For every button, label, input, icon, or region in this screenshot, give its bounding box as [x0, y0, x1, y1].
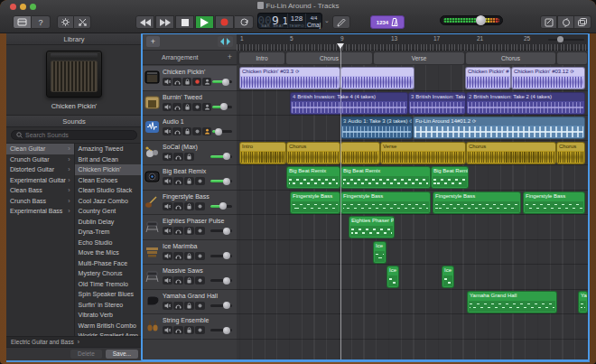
input-monitoring-button[interactable]	[202, 103, 211, 111]
solo-button[interactable]	[173, 202, 183, 210]
track-volume-slider[interactable]	[210, 205, 232, 208]
timeline-ruler[interactable]: 15913172125	[237, 33, 589, 51]
region-ice[interactable]: Ice	[386, 266, 399, 288]
track-header-massive-saws[interactable]: Massive Saws	[142, 265, 237, 290]
sound-patch-item[interactable]: Old Time Tremolo	[75, 279, 142, 290]
record-enable-button[interactable]	[192, 127, 201, 135]
region-big-beat-remix[interactable]: Big Beat Remix	[431, 166, 469, 189]
sound-patch-item[interactable]: Multi-Phase Face	[75, 258, 142, 269]
sound-patch-item[interactable]: Amazing Tweed	[75, 144, 142, 154]
record-enable-button[interactable]	[195, 202, 205, 210]
sound-patch-item[interactable]: Brit and Clean	[75, 154, 142, 165]
track-header-options-button[interactable]	[218, 36, 233, 47]
sound-category-item[interactable]: Crunch Guitar›	[6, 154, 74, 165]
arrangement-marker-chorus[interactable]: Chorus	[466, 52, 555, 64]
region-intro[interactable]: Intro	[239, 142, 286, 164]
forward-button[interactable]	[155, 15, 174, 29]
region-fingerstyle-bass[interactable]: Fingerstyle Bass	[523, 191, 585, 214]
region-british-invasion-take-2-4-takes[interactable]: 2British Invasion: Take 2 (4 takes)	[466, 92, 585, 115]
zoom-slider-knob[interactable]	[557, 36, 563, 42]
master-volume-slider[interactable]	[440, 15, 503, 25]
volume-knob[interactable]	[223, 302, 230, 309]
count-in-metronome-group[interactable]: 1234	[370, 15, 405, 29]
track-lane[interactable]	[237, 314, 589, 340]
solo-button[interactable]	[173, 153, 183, 161]
mute-button[interactable]	[163, 276, 172, 285]
arrangement-marker-verse[interactable]: Verse	[374, 52, 464, 64]
track-volume-slider[interactable]	[212, 80, 232, 83]
mute-button[interactable]	[163, 227, 172, 235]
zoom-slider[interactable]	[548, 36, 584, 42]
track-header-socal-max-[interactable]: SoCal (Max)	[142, 141, 237, 166]
arrangement-marker[interactable]	[557, 52, 587, 64]
track-lock-button[interactable]	[184, 326, 194, 334]
track-volume-slider[interactable]	[210, 229, 232, 232]
record-button[interactable]	[215, 15, 234, 29]
track-header-yamaha-grand-hall[interactable]: Yamaha Grand Hall	[142, 290, 237, 315]
cycle-button[interactable]	[235, 15, 254, 29]
record-enable-button[interactable]	[192, 103, 201, 111]
volume-knob[interactable]	[220, 103, 228, 110]
sound-patch-item[interactable]: Dublin Delay	[75, 217, 142, 228]
mute-button[interactable]	[163, 103, 172, 111]
track-header-audio-1[interactable]: Audio 1	[142, 116, 237, 141]
mute-button[interactable]	[163, 326, 172, 334]
region-chicken-pickin-03-3[interactable]: Chicken Pickin' #03.3⟳	[239, 67, 340, 89]
sound-patch-item[interactable]: Surfin' in Stereo	[75, 300, 142, 311]
sound-category-item[interactable]: Crunch Bass›	[6, 196, 74, 207]
tuner-button[interactable]	[332, 15, 350, 29]
region-chicken-pickin-03-12[interactable]: Chicken Pickin' #03.12⟳	[511, 67, 585, 89]
record-enable-button[interactable]	[195, 326, 205, 334]
mute-button[interactable]	[163, 202, 172, 210]
volume-knob[interactable]	[476, 15, 486, 25]
region-chicken-pickin[interactable]: Chicken Pickin' #	[465, 67, 511, 89]
track-lock-button[interactable]	[184, 227, 194, 235]
track-lock-button[interactable]	[182, 78, 191, 86]
stop-button[interactable]	[175, 15, 194, 29]
mute-button[interactable]	[163, 153, 172, 161]
delete-button[interactable]: Delete	[70, 350, 102, 359]
breadcrumb[interactable]: Electric Guitar and Bass›	[6, 336, 142, 347]
timeline-area[interactable]: 15913172125 IntroChorusVerseChorus Chick…	[237, 33, 589, 360]
volume-knob[interactable]	[223, 277, 230, 285]
play-button[interactable]	[195, 15, 214, 29]
solo-button[interactable]	[173, 326, 183, 334]
track-lock-button[interactable]	[182, 103, 191, 111]
volume-knob[interactable]	[223, 178, 230, 185]
playhead[interactable]	[340, 43, 341, 360]
track-volume-slider[interactable]	[210, 180, 232, 182]
record-enable-button[interactable]	[195, 302, 205, 310]
track-lock-button[interactable]	[184, 177, 194, 185]
volume-knob[interactable]	[215, 128, 222, 135]
track-lock-button[interactable]	[184, 252, 194, 260]
track-header-fingerstyle-bass[interactable]: Fingerstyle Bass	[142, 191, 237, 216]
arrangement-marker-intro[interactable]: Intro	[239, 52, 284, 64]
solo-button[interactable]	[173, 276, 183, 285]
region-untitled[interactable]	[340, 142, 380, 164]
lcd-display[interactable]: 00 9 1 BAR BEAT 128 TEMPO 4/4 Cmaj	[257, 13, 322, 29]
add-arrangement-marker-button[interactable]: +	[228, 51, 232, 64]
record-enable-button[interactable]	[195, 252, 205, 260]
volume-knob[interactable]	[223, 252, 230, 259]
track-volume-slider[interactable]	[210, 255, 232, 257]
media-browser-button[interactable]	[574, 15, 591, 29]
notepad-button[interactable]	[540, 15, 557, 29]
mute-button[interactable]	[163, 177, 172, 185]
sound-patch-item[interactable]: Country Gent	[75, 206, 142, 217]
input-monitoring-button[interactable]	[202, 127, 211, 135]
sound-patch-item[interactable]: Chicken Pickin'	[75, 164, 142, 175]
volume-knob[interactable]	[222, 79, 229, 86]
solo-button[interactable]	[173, 302, 183, 310]
track-header-string-ensemble[interactable]: String Ensemble	[142, 314, 237, 340]
track-volume-slider[interactable]	[210, 155, 232, 158]
sound-patch-item[interactable]: Clean Studio Stack	[75, 185, 142, 196]
region-fingerstyle-bass[interactable]: Fingerstyle Bass	[433, 191, 521, 214]
track-volume-slider[interactable]	[210, 304, 232, 307]
record-enable-button[interactable]	[195, 227, 205, 235]
volume-knob[interactable]	[223, 327, 230, 334]
record-enable-button[interactable]	[195, 276, 205, 285]
input-monitoring-button[interactable]	[202, 78, 211, 86]
count-in-button[interactable]: 1234	[377, 20, 388, 25]
track-lock-button[interactable]	[184, 302, 194, 310]
track-lane[interactable]	[237, 215, 589, 240]
